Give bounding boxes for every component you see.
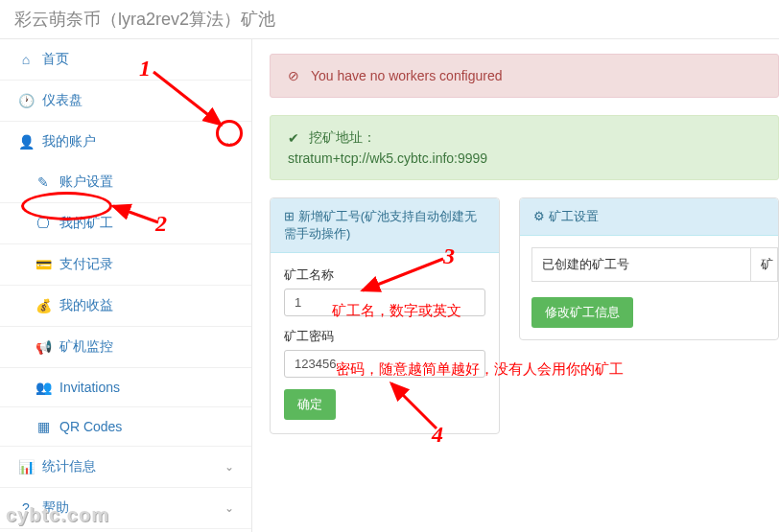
nav-my-miners[interactable]: 🖵 我的矿工 [0,202,251,243]
col-short: 矿 [751,247,778,282]
card-icon: 💳 [35,257,52,272]
nav-qr-codes[interactable]: ▦ QR Codes [0,406,251,446]
panel-heading: ⊞ 新增矿工号(矿池支持自动创建无需手动操作) [271,198,499,253]
nav-label: 我的矿工 [59,215,113,232]
panel-worker-settings: ⚙ 矿工设置 已创建的矿工号 矿 修改矿工信息 [519,197,779,340]
modify-worker-button[interactable]: 修改矿工信息 [531,297,633,328]
worker-pwd-input[interactable] [284,350,485,378]
home-icon: ⌂ [17,52,35,67]
panel-create-worker: ⊞ 新增矿工号(矿池支持自动创建无需手动操作) 矿工名称 矿工密码 确定 [270,197,500,434]
nav-label: Invitations [59,380,120,395]
submit-button[interactable]: 确定 [284,389,336,420]
nav-label: 我的收益 [59,297,113,314]
qr-icon: ▦ [35,419,52,434]
money-icon: 💰 [35,298,52,313]
check-icon: ✔ [288,130,299,146]
worker-pwd-label: 矿工密码 [284,328,485,345]
main-layout: ⌂ 首页 🕐 仪表盘 👤 我的账户 ⌄ ✎ 账户设置 🖵 我的矿工 💳 支付记录 [0,39,779,532]
alert-mining-address: ✔ 挖矿地址： stratum+tcp://wk5.cybtc.info:999… [270,115,779,180]
nav-my-account[interactable]: 👤 我的账户 ⌄ [0,121,251,162]
nav-invitations[interactable]: 👥 Invitations [0,367,251,406]
col-created-workers: 已创建的矿工号 [531,247,751,282]
alert-no-workers: ⊘ You have no workers configured [270,54,779,98]
sidebar: ⌂ 首页 🕐 仪表盘 👤 我的账户 ⌄ ✎ 账户设置 🖵 我的矿工 💳 支付记录 [0,39,252,532]
monitor-icon: 🖵 [35,216,52,231]
dashboard-icon: 🕐 [17,93,35,108]
nav-other[interactable]: ▦ 其他 ⌄ [0,528,251,532]
chevron-down-icon: ⌄ [224,460,234,474]
megaphone-icon: 📢 [35,339,52,355]
nav-account-settings[interactable]: ✎ 账户设置 [0,162,251,202]
nav-label: 仪表盘 [42,92,83,109]
panel-title: 矿工设置 [549,209,599,223]
edit-icon: ✎ [35,174,52,190]
nav-label: QR Codes [59,419,122,434]
error-icon: ⊘ [288,68,299,83]
panel-body: 矿工名称 矿工密码 确定 [271,253,499,433]
main-content: ⊘ You have no workers configured ✔ 挖矿地址：… [252,39,779,532]
nav-pay-records[interactable]: 💳 支付记录 [0,243,251,285]
panel-body: 已创建的矿工号 矿 修改矿工信息 [520,236,778,339]
page-title: 彩云萌奈币（lyra2rev2算法）矿池 [0,0,779,39]
chevron-down-icon: ⌄ [224,135,234,149]
nav-label: 矿机监控 [59,338,113,356]
nav-label: 统计信息 [42,458,96,475]
worker-name-label: 矿工名称 [284,266,485,284]
watermark: cybtc.com [6,504,109,526]
nav-home[interactable]: ⌂ 首页 [0,39,251,80]
nav-miner-monitor[interactable]: 📢 矿机监控 [0,326,251,367]
worker-name-input[interactable] [284,289,485,316]
nav-dashboard[interactable]: 🕐 仪表盘 [0,80,251,121]
alert-text: You have no workers configured [311,68,503,83]
chart-icon: 📊 [17,459,35,474]
panel-heading: ⚙ 矿工设置 [520,198,778,236]
mining-addr-value: stratum+tcp://wk5.cybtc.info:9999 [288,150,487,166]
nav-label: 我的账户 [42,133,96,150]
nav-label: 首页 [42,51,69,68]
nav-label: 支付记录 [59,256,113,273]
mining-addr-label: 挖矿地址： [309,129,376,147]
nav-stats[interactable]: 📊 统计信息 ⌄ [0,446,251,487]
nav-my-earnings[interactable]: 💰 我的收益 [0,285,251,326]
gear-icon: ⚙ [533,209,545,223]
panels-row: ⊞ 新增矿工号(矿池支持自动创建无需手动操作) 矿工名称 矿工密码 确定 ⚙ 矿… [270,197,779,449]
plus-icon: ⊞ [284,209,295,223]
nav-label: 账户设置 [59,173,113,191]
group-icon: 👥 [35,380,52,395]
panel-title: 新增矿工号(矿池支持自动创建无需手动操作) [284,209,477,241]
chevron-down-icon: ⌄ [224,501,234,515]
panel-worker-settings-wrap: ⚙ 矿工设置 已创建的矿工号 矿 修改矿工信息 [519,197,779,449]
user-icon: 👤 [17,134,35,150]
